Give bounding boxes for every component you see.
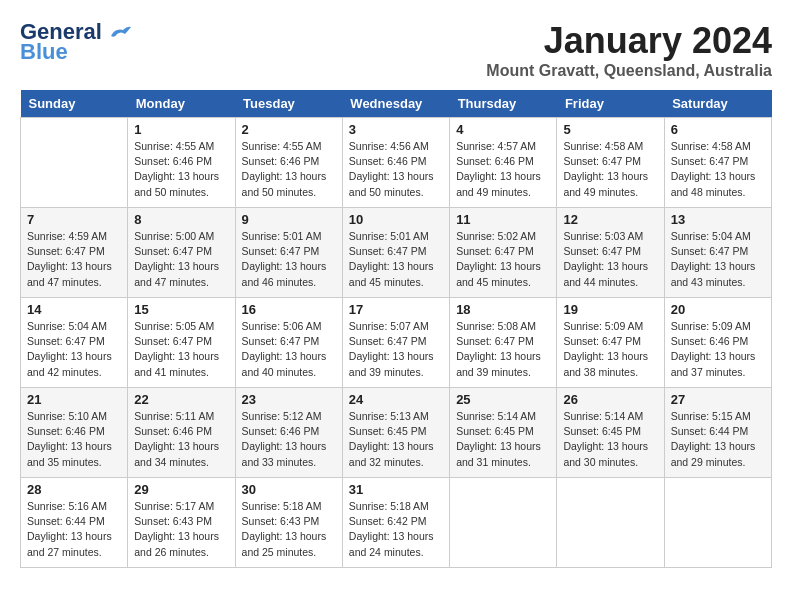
calendar-cell: 31Sunrise: 5:18 AM Sunset: 6:42 PM Dayli… — [342, 478, 449, 568]
calendar-cell: 5Sunrise: 4:58 AM Sunset: 6:47 PM Daylig… — [557, 118, 664, 208]
day-info: Sunrise: 5:15 AM Sunset: 6:44 PM Dayligh… — [671, 410, 756, 468]
day-info: Sunrise: 5:07 AM Sunset: 6:47 PM Dayligh… — [349, 320, 434, 378]
day-info: Sunrise: 4:55 AM Sunset: 6:46 PM Dayligh… — [242, 140, 327, 198]
calendar-cell — [664, 478, 771, 568]
day-number: 12 — [563, 212, 657, 227]
column-header-friday: Friday — [557, 90, 664, 118]
day-number: 9 — [242, 212, 336, 227]
calendar-cell: 9Sunrise: 5:01 AM Sunset: 6:47 PM Daylig… — [235, 208, 342, 298]
day-number: 10 — [349, 212, 443, 227]
day-info: Sunrise: 5:12 AM Sunset: 6:46 PM Dayligh… — [242, 410, 327, 468]
column-header-tuesday: Tuesday — [235, 90, 342, 118]
calendar-week-row: 1Sunrise: 4:55 AM Sunset: 6:46 PM Daylig… — [21, 118, 772, 208]
column-header-sunday: Sunday — [21, 90, 128, 118]
day-number: 17 — [349, 302, 443, 317]
day-number: 20 — [671, 302, 765, 317]
day-info: Sunrise: 4:56 AM Sunset: 6:46 PM Dayligh… — [349, 140, 434, 198]
day-number: 25 — [456, 392, 550, 407]
day-number: 26 — [563, 392, 657, 407]
day-number: 19 — [563, 302, 657, 317]
calendar-cell: 13Sunrise: 5:04 AM Sunset: 6:47 PM Dayli… — [664, 208, 771, 298]
day-info: Sunrise: 5:02 AM Sunset: 6:47 PM Dayligh… — [456, 230, 541, 288]
day-info: Sunrise: 4:57 AM Sunset: 6:46 PM Dayligh… — [456, 140, 541, 198]
calendar-cell: 17Sunrise: 5:07 AM Sunset: 6:47 PM Dayli… — [342, 298, 449, 388]
calendar-week-row: 28Sunrise: 5:16 AM Sunset: 6:44 PM Dayli… — [21, 478, 772, 568]
day-number: 1 — [134, 122, 228, 137]
day-info: Sunrise: 4:55 AM Sunset: 6:46 PM Dayligh… — [134, 140, 219, 198]
calendar-cell: 20Sunrise: 5:09 AM Sunset: 6:46 PM Dayli… — [664, 298, 771, 388]
calendar-cell: 12Sunrise: 5:03 AM Sunset: 6:47 PM Dayli… — [557, 208, 664, 298]
calendar-cell: 27Sunrise: 5:15 AM Sunset: 6:44 PM Dayli… — [664, 388, 771, 478]
calendar-cell: 15Sunrise: 5:05 AM Sunset: 6:47 PM Dayli… — [128, 298, 235, 388]
calendar-cell: 6Sunrise: 4:58 AM Sunset: 6:47 PM Daylig… — [664, 118, 771, 208]
calendar-header-row: SundayMondayTuesdayWednesdayThursdayFrid… — [21, 90, 772, 118]
calendar-cell: 29Sunrise: 5:17 AM Sunset: 6:43 PM Dayli… — [128, 478, 235, 568]
calendar-cell: 21Sunrise: 5:10 AM Sunset: 6:46 PM Dayli… — [21, 388, 128, 478]
day-info: Sunrise: 5:04 AM Sunset: 6:47 PM Dayligh… — [27, 320, 112, 378]
day-number: 23 — [242, 392, 336, 407]
calendar-cell: 22Sunrise: 5:11 AM Sunset: 6:46 PM Dayli… — [128, 388, 235, 478]
calendar-cell: 18Sunrise: 5:08 AM Sunset: 6:47 PM Dayli… — [450, 298, 557, 388]
column-header-wednesday: Wednesday — [342, 90, 449, 118]
day-info: Sunrise: 5:03 AM Sunset: 6:47 PM Dayligh… — [563, 230, 648, 288]
day-info: Sunrise: 5:14 AM Sunset: 6:45 PM Dayligh… — [563, 410, 648, 468]
calendar-cell: 16Sunrise: 5:06 AM Sunset: 6:47 PM Dayli… — [235, 298, 342, 388]
day-number: 2 — [242, 122, 336, 137]
day-info: Sunrise: 5:14 AM Sunset: 6:45 PM Dayligh… — [456, 410, 541, 468]
calendar-cell: 7Sunrise: 4:59 AM Sunset: 6:47 PM Daylig… — [21, 208, 128, 298]
title-area: January 2024 Mount Gravatt, Queensland, … — [486, 20, 772, 80]
calendar-cell: 23Sunrise: 5:12 AM Sunset: 6:46 PM Dayli… — [235, 388, 342, 478]
day-info: Sunrise: 5:08 AM Sunset: 6:47 PM Dayligh… — [456, 320, 541, 378]
day-info: Sunrise: 5:16 AM Sunset: 6:44 PM Dayligh… — [27, 500, 112, 558]
day-number: 3 — [349, 122, 443, 137]
day-number: 15 — [134, 302, 228, 317]
day-info: Sunrise: 4:58 AM Sunset: 6:47 PM Dayligh… — [671, 140, 756, 198]
day-info: Sunrise: 5:18 AM Sunset: 6:43 PM Dayligh… — [242, 500, 327, 558]
day-info: Sunrise: 4:58 AM Sunset: 6:47 PM Dayligh… — [563, 140, 648, 198]
calendar-week-row: 21Sunrise: 5:10 AM Sunset: 6:46 PM Dayli… — [21, 388, 772, 478]
day-number: 28 — [27, 482, 121, 497]
calendar-cell: 10Sunrise: 5:01 AM Sunset: 6:47 PM Dayli… — [342, 208, 449, 298]
day-info: Sunrise: 5:11 AM Sunset: 6:46 PM Dayligh… — [134, 410, 219, 468]
day-number: 4 — [456, 122, 550, 137]
day-number: 8 — [134, 212, 228, 227]
calendar-cell: 28Sunrise: 5:16 AM Sunset: 6:44 PM Dayli… — [21, 478, 128, 568]
calendar-cell: 25Sunrise: 5:14 AM Sunset: 6:45 PM Dayli… — [450, 388, 557, 478]
column-header-saturday: Saturday — [664, 90, 771, 118]
month-year-title: January 2024 — [486, 20, 772, 62]
day-number: 27 — [671, 392, 765, 407]
day-number: 22 — [134, 392, 228, 407]
calendar-table: SundayMondayTuesdayWednesdayThursdayFrid… — [20, 90, 772, 568]
calendar-cell: 8Sunrise: 5:00 AM Sunset: 6:47 PM Daylig… — [128, 208, 235, 298]
header: General Blue January 2024 Mount Gravatt,… — [20, 20, 772, 80]
day-number: 14 — [27, 302, 121, 317]
calendar-week-row: 14Sunrise: 5:04 AM Sunset: 6:47 PM Dayli… — [21, 298, 772, 388]
column-header-thursday: Thursday — [450, 90, 557, 118]
day-info: Sunrise: 5:01 AM Sunset: 6:47 PM Dayligh… — [349, 230, 434, 288]
calendar-cell — [557, 478, 664, 568]
calendar-cell: 3Sunrise: 4:56 AM Sunset: 6:46 PM Daylig… — [342, 118, 449, 208]
calendar-cell — [450, 478, 557, 568]
day-info: Sunrise: 5:09 AM Sunset: 6:47 PM Dayligh… — [563, 320, 648, 378]
day-number: 16 — [242, 302, 336, 317]
day-number: 31 — [349, 482, 443, 497]
day-info: Sunrise: 5:04 AM Sunset: 6:47 PM Dayligh… — [671, 230, 756, 288]
day-info: Sunrise: 5:09 AM Sunset: 6:46 PM Dayligh… — [671, 320, 756, 378]
day-number: 6 — [671, 122, 765, 137]
day-info: Sunrise: 5:01 AM Sunset: 6:47 PM Dayligh… — [242, 230, 327, 288]
logo-bird-icon — [109, 24, 131, 42]
calendar-cell: 1Sunrise: 4:55 AM Sunset: 6:46 PM Daylig… — [128, 118, 235, 208]
logo: General Blue — [20, 20, 131, 64]
calendar-cell: 14Sunrise: 5:04 AM Sunset: 6:47 PM Dayli… — [21, 298, 128, 388]
day-number: 5 — [563, 122, 657, 137]
day-info: Sunrise: 5:10 AM Sunset: 6:46 PM Dayligh… — [27, 410, 112, 468]
day-info: Sunrise: 5:00 AM Sunset: 6:47 PM Dayligh… — [134, 230, 219, 288]
calendar-cell: 26Sunrise: 5:14 AM Sunset: 6:45 PM Dayli… — [557, 388, 664, 478]
day-info: Sunrise: 5:06 AM Sunset: 6:47 PM Dayligh… — [242, 320, 327, 378]
day-number: 11 — [456, 212, 550, 227]
calendar-week-row: 7Sunrise: 4:59 AM Sunset: 6:47 PM Daylig… — [21, 208, 772, 298]
day-number: 21 — [27, 392, 121, 407]
day-info: Sunrise: 5:18 AM Sunset: 6:42 PM Dayligh… — [349, 500, 434, 558]
calendar-cell: 2Sunrise: 4:55 AM Sunset: 6:46 PM Daylig… — [235, 118, 342, 208]
calendar-cell: 19Sunrise: 5:09 AM Sunset: 6:47 PM Dayli… — [557, 298, 664, 388]
